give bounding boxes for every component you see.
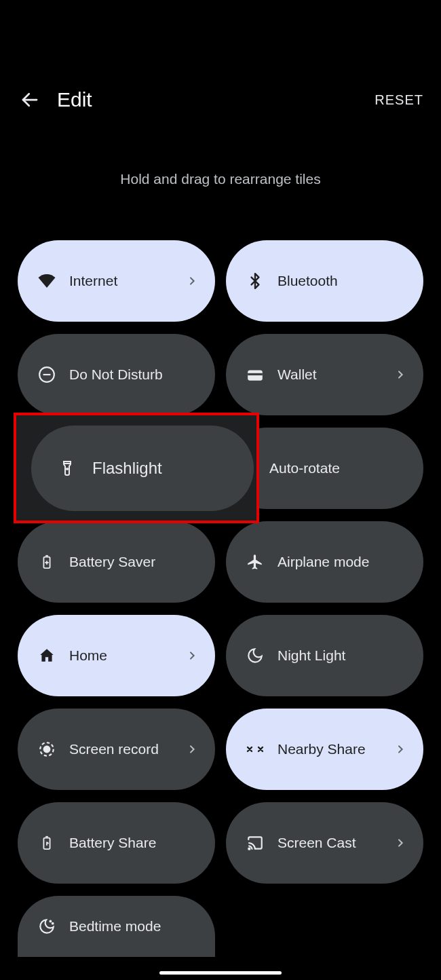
svg-point-17: [66, 468, 68, 470]
bedtime-icon: [37, 916, 57, 937]
svg-rect-3: [248, 371, 263, 381]
tile-internet[interactable]: Internet: [18, 240, 215, 322]
tile-label: Internet: [69, 273, 185, 289]
tile-screen-cast[interactable]: Screen Cast: [226, 802, 423, 884]
battery-saver-icon: [37, 552, 57, 572]
header: Edit RESET: [0, 78, 441, 121]
tile-label: Home: [69, 647, 185, 664]
svg-rect-4: [248, 373, 263, 375]
tile-night-light[interactable]: Night Light: [226, 615, 423, 696]
tile-flashlight[interactable]: Flashlight: [31, 426, 254, 511]
wallet-icon: [245, 364, 265, 385]
tile-label: Battery Share: [69, 835, 199, 851]
tile-label: Bedtime mode: [69, 918, 199, 935]
home-icon: [37, 645, 57, 666]
instruction-text: Hold and drag to rearrange tiles: [0, 171, 441, 187]
chevron-right-icon: [185, 274, 199, 288]
page-title: Edit: [57, 88, 375, 111]
svg-point-13: [248, 848, 250, 850]
wifi-icon: [37, 271, 57, 291]
tile-label: Bluetooth: [277, 273, 407, 289]
airplane-icon: [245, 552, 265, 572]
tile-home[interactable]: Home: [18, 615, 215, 696]
tile-bluetooth[interactable]: Bluetooth: [226, 240, 423, 322]
tile-nearby-share[interactable]: Nearby Share: [226, 709, 423, 790]
tile-flashlight-dragging[interactable]: Flashlight: [14, 413, 259, 523]
dnd-icon: [37, 364, 57, 385]
chevron-right-icon: [394, 742, 407, 756]
svg-point-15: [52, 923, 54, 924]
chevron-right-icon: [394, 368, 407, 381]
bluetooth-icon: [245, 271, 265, 291]
tile-grid: Internet Bluetooth Do Not Disturb Wallet…: [0, 240, 441, 957]
tile-wallet[interactable]: Wallet: [226, 334, 423, 415]
svg-point-14: [50, 921, 52, 922]
tile-label: Do Not Disturb: [69, 366, 199, 383]
moon-icon: [245, 645, 265, 666]
tile-label: Airplane mode: [277, 554, 407, 570]
tile-label: Screen record: [69, 741, 185, 757]
tile-bedtime-mode[interactable]: Bedtime mode: [18, 896, 215, 957]
tile-do-not-disturb[interactable]: Do Not Disturb: [18, 334, 215, 415]
tile-label: Battery Saver: [69, 554, 199, 570]
battery-share-icon: [37, 833, 57, 853]
tile-label: Auto-rotate: [269, 460, 407, 476]
chevron-right-icon: [394, 836, 407, 850]
tile-label: Nearby Share: [277, 741, 394, 757]
chevron-right-icon: [185, 742, 199, 756]
arrow-left-icon: [20, 90, 40, 110]
tile-label: Night Light: [277, 647, 407, 664]
cast-icon: [245, 833, 265, 853]
svg-point-10: [44, 747, 50, 753]
back-button[interactable]: [18, 88, 42, 112]
tile-label: Flashlight: [92, 459, 162, 478]
tile-battery-saver[interactable]: Battery Saver: [18, 521, 215, 603]
tile-label: Screen Cast: [277, 835, 394, 851]
record-icon: [37, 739, 57, 759]
reset-button[interactable]: RESET: [375, 92, 423, 108]
tile-airplane-mode[interactable]: Airplane mode: [226, 521, 423, 603]
chevron-right-icon: [185, 649, 199, 662]
flashlight-icon: [57, 458, 77, 478]
tile-battery-share[interactable]: Battery Share: [18, 802, 215, 884]
tile-label: Wallet: [277, 366, 394, 383]
nearby-share-icon: [245, 739, 265, 759]
tile-screen-record[interactable]: Screen record: [18, 709, 215, 790]
home-indicator[interactable]: [159, 971, 282, 975]
